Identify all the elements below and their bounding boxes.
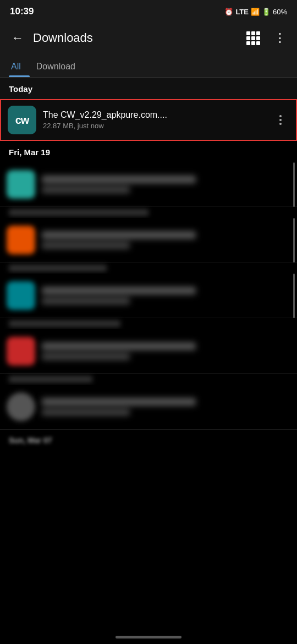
item-info-cw: The CW_v2.29_apkpure.com.... 22.87 MB, j… [36,110,272,130]
scrollbar-2 [293,218,295,263]
battery-icon: 🔋 [262,8,271,16]
cw-logo-text: cw [15,114,29,127]
app-icon-blur-3 [7,281,35,310]
item-name-cw: The CW_v2.29_apkpure.com.... [43,110,265,120]
blurred-item-2[interactable] [0,218,297,263]
download-item-cw[interactable]: cw The CW_v2.29_apkpure.com.... 22.87 MB… [0,99,297,141]
grid-view-button[interactable] [242,27,264,49]
blurred-item-5[interactable] [0,385,297,429]
app-icon-blur-4 [7,337,35,365]
scrollbar-1 [293,162,295,207]
status-bar: 10:39 ⏰ LTE 📶 🔋 60% [0,0,297,21]
tabs-bar: All Download [0,55,297,78]
blurred-item-4[interactable] [0,329,297,374]
tab-all[interactable]: All [9,55,30,77]
back-arrow-icon: ← [12,31,24,45]
item-more-button-cw[interactable] [272,111,289,129]
section-header-sun-mar-07: Sun, Mar 07 [9,436,52,445]
blurred-info-4 [35,342,268,360]
app-icon-blur-5 [7,392,35,421]
scrollbar-3 [293,274,295,318]
section-header-today: Today [0,78,297,99]
lte-icon: LTE [235,8,249,16]
blurred-info-1 [35,176,268,193]
app-icon-cw: cw [8,106,36,134]
vertical-dots-icon [279,115,282,125]
back-button[interactable]: ← [7,27,29,49]
more-icon: ⋮ [274,31,285,45]
home-bar [116,636,182,638]
blurred-info-3 [35,287,268,304]
section-header-fri-mar-19: Fri, Mar 19 [0,141,297,162]
grid-icon [246,31,260,45]
top-actions: ⋮ [242,27,290,49]
blurred-info-5 [35,398,268,416]
blurred-info-2 [35,231,268,249]
home-bar-container [0,622,297,644]
signal-icon: 📶 [251,8,260,16]
page-title: Downloads [29,31,242,45]
app-icon-blur-2 [7,226,35,254]
status-icons: ⏰ LTE 📶 🔋 60% [224,8,287,16]
battery-percent: 60% [273,8,287,16]
more-options-button[interactable]: ⋮ [268,27,290,49]
item-meta-cw: 22.87 MB, just now [43,122,265,130]
app-icon-blur-1 [7,170,35,199]
blurred-item-3[interactable] [0,274,297,318]
top-bar: ← Downloads ⋮ [0,21,297,55]
status-time: 10:39 [10,6,34,17]
blurred-item-1[interactable] [0,162,297,207]
alarm-icon: ⏰ [224,8,233,16]
tab-download[interactable]: Download [34,55,84,77]
